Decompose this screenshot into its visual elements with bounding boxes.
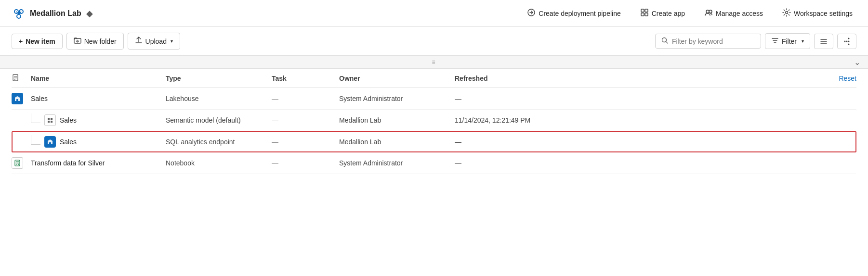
- upload-label: Upload: [145, 38, 167, 45]
- create-deployment-label: Create deployment pipeline: [539, 10, 620, 17]
- svg-point-26: [844, 40, 846, 42]
- highlighted-row-refreshed: —: [455, 138, 570, 146]
- row-type: Lakehouse: [166, 95, 272, 102]
- table-container: Name Type Task Owner Refreshed Reset Sal…: [0, 69, 868, 174]
- notebook-row[interactable]: Transform data for Silver Notebook — Sys…: [12, 152, 856, 174]
- upload-chevron: ▾: [171, 38, 173, 44]
- col-type-header: Type: [166, 75, 272, 82]
- svg-rect-35: [16, 99, 18, 101]
- manage-access-button[interactable]: Manage access: [700, 5, 767, 21]
- col-icon-header: [12, 74, 31, 83]
- semantic-model-icon: [44, 114, 56, 126]
- workspace-settings-button[interactable]: Workspace settings: [778, 5, 856, 21]
- row-task: —: [272, 95, 339, 102]
- manage-access-icon: [704, 8, 713, 18]
- highlighted-row-task: —: [272, 138, 339, 146]
- svg-point-30: [848, 43, 850, 45]
- divider-area: ≡ ⌄: [0, 56, 868, 69]
- notebook-row-owner: System Administrator: [339, 159, 455, 167]
- header-actions: Create deployment pipeline Create app: [523, 5, 856, 22]
- create-app-label: Create app: [652, 10, 685, 17]
- child-row-refreshed: 11/14/2024, 12:21:49 PM: [455, 116, 570, 124]
- view-toggle-button[interactable]: [814, 34, 833, 49]
- child-name-cell: Sales: [31, 114, 166, 126]
- svg-point-28: [848, 38, 850, 39]
- collapse-button[interactable]: ⌄: [854, 58, 860, 67]
- more-options-button[interactable]: [837, 34, 856, 49]
- search-icon: [661, 37, 668, 45]
- row-refreshed: —: [455, 95, 570, 102]
- search-input[interactable]: [672, 38, 755, 45]
- child-row-owner: Medallion Lab: [339, 116, 455, 124]
- svg-rect-7: [641, 9, 644, 12]
- svg-rect-36: [48, 118, 50, 120]
- lakehouse-icon: [12, 93, 23, 104]
- svg-rect-38: [48, 121, 50, 123]
- filter-chevron: ▾: [802, 38, 804, 44]
- tree-line-connector: [31, 113, 40, 123]
- child-row[interactable]: Sales Semantic model (default) — Medalli…: [12, 110, 856, 131]
- col-owner-header: Owner: [339, 75, 455, 82]
- tree-line-connector-2: [31, 135, 40, 145]
- highlighted-row-type: SQL analytics endpoint: [166, 138, 272, 146]
- create-deployment-pipeline-button[interactable]: Create deployment pipeline: [523, 5, 624, 22]
- diamond-icon: ◆: [86, 8, 93, 19]
- col-name-header[interactable]: Name: [31, 75, 166, 82]
- notebook-row-type: Notebook: [166, 159, 272, 167]
- highlighted-name-cell: Sales: [31, 136, 166, 148]
- new-item-button[interactable]: + New item: [12, 34, 63, 49]
- col-refreshed-header: Refreshed: [455, 75, 570, 82]
- plus-icon: +: [19, 38, 23, 45]
- highlighted-row-name: Sales: [60, 138, 77, 146]
- filter-label: Filter: [782, 38, 797, 45]
- app-header: Medallion Lab ◆ Create deployment pipeli…: [0, 0, 868, 27]
- row-owner: System Administrator: [339, 95, 455, 102]
- search-box[interactable]: [655, 34, 761, 49]
- notebook-row-name: Transform data for Silver: [31, 159, 166, 167]
- filter-button[interactable]: Filter ▾: [765, 33, 810, 49]
- child-row-type: Semantic model (default): [166, 116, 272, 124]
- col-task-header: Task: [272, 75, 339, 82]
- notebook-icon-col: [12, 157, 31, 169]
- notebook-icon: [12, 157, 23, 169]
- svg-rect-37: [51, 118, 53, 120]
- workspace-settings-label: Workspace settings: [794, 10, 853, 17]
- filter-icon: [771, 37, 779, 46]
- svg-rect-39: [51, 121, 53, 123]
- new-folder-button[interactable]: New folder: [66, 33, 124, 50]
- svg-point-27: [846, 40, 848, 42]
- child-row-task: —: [272, 116, 339, 124]
- header-left: Medallion Lab ◆: [12, 7, 523, 20]
- sql-endpoint-icon: [44, 136, 56, 148]
- create-app-button[interactable]: Create app: [636, 5, 689, 21]
- workspace-settings-icon: [782, 8, 791, 18]
- upload-button[interactable]: Upload ▾: [128, 33, 180, 50]
- reset-button[interactable]: Reset: [839, 75, 856, 82]
- workspace-title: Medallion Lab: [30, 9, 81, 18]
- new-folder-label: New folder: [84, 38, 117, 45]
- highlighted-child-row[interactable]: Sales SQL analytics endpoint — Medallion…: [12, 131, 856, 152]
- svg-rect-8: [645, 9, 648, 12]
- manage-access-label: Manage access: [716, 10, 763, 17]
- svg-point-11: [706, 10, 709, 13]
- svg-rect-9: [641, 13, 644, 16]
- workspace-icon: [12, 7, 25, 20]
- deployment-icon: [527, 8, 536, 19]
- table-row[interactable]: Sales Lakehouse — System Administrator —: [12, 88, 856, 110]
- svg-point-12: [709, 10, 712, 13]
- create-app-icon: [640, 8, 649, 18]
- toolbar: + New item New folder Upload ▾: [0, 27, 868, 56]
- upload-icon: [135, 37, 143, 46]
- notebook-row-task: —: [272, 159, 339, 167]
- svg-point-2: [17, 14, 21, 18]
- highlighted-row-owner: Medallion Lab: [339, 138, 455, 146]
- folder-icon: [74, 37, 81, 46]
- svg-rect-10: [645, 13, 648, 16]
- svg-rect-40: [49, 142, 51, 144]
- svg-point-29: [848, 40, 850, 42]
- row-icon: [12, 93, 31, 104]
- table-header: Name Type Task Owner Refreshed Reset: [12, 69, 856, 88]
- new-item-label: New item: [26, 38, 55, 45]
- divider-handle[interactable]: ≡: [432, 59, 436, 65]
- notebook-row-refreshed: —: [455, 159, 570, 167]
